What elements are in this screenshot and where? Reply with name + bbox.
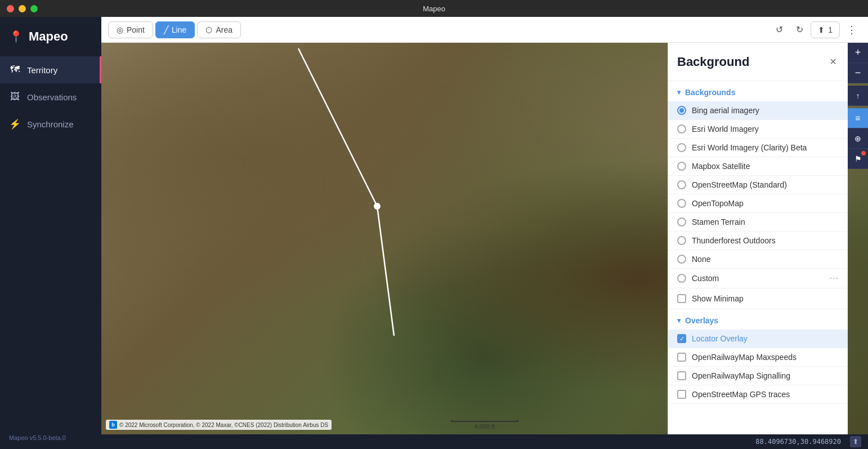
zoom-out-button[interactable]: − [848,63,868,83]
overlay-locator-label: Locator Overlay [692,334,748,343]
custom-option-dots[interactable]: ··· [830,273,839,283]
flag-button[interactable]: ⚑ [848,149,868,169]
bg-option-custom[interactable]: Custom ··· [668,269,848,288]
layers-button[interactable]: ≡ [848,108,868,128]
bg-option-osm[interactable]: OpenStreetMap (Standard) [668,176,848,194]
backgrounds-section-header[interactable]: ▾ Backgrounds [668,81,848,101]
minimize-button[interactable] [19,5,26,12]
bg-option-mapbox-label: Mapbox Satellite [692,162,750,171]
compass-button[interactable]: ↑ [848,86,868,106]
radio-opentopomap [677,199,686,208]
sidebar-item-label-synchronize: Synchronize [27,119,74,129]
radio-esri-clarity [677,143,686,152]
flag-badge [861,151,866,155]
line-label: Line [172,25,186,34]
chevron-down-icon: ▾ [677,88,681,96]
window-controls[interactable] [7,5,38,12]
minimap-label: Show Minimap [692,294,744,303]
bg-option-thunderforest[interactable]: Thunderforest Outdoors [668,232,848,250]
chevron-overlays-icon: ▾ [677,317,681,324]
main-content: ◎ Point ╱ Line ⬡ Area ↺ ↻ ⬆ 1 ⋮ [101,17,868,449]
coordinates-text: 88.4096730,30.9468920 [755,438,841,446]
area-tool-button[interactable]: ⬡ Area [197,21,241,38]
point-tool-button[interactable]: ◎ Point [108,21,153,38]
observations-icon: 🖼 [9,91,20,103]
overlay-railway-signal-label: OpenRailwayMap Signalling [692,371,790,380]
logo-icon: 📍 [9,30,23,43]
scale-label: 4,000 ft [475,423,495,430]
location-button[interactable]: ⊕ [848,128,868,149]
export-count: 1 [828,25,833,34]
bg-option-bing-label: Bing aerial imagery [692,106,759,115]
radio-stamen [677,217,686,226]
minimap-checkbox[interactable] [677,294,686,303]
toolbar: ◎ Point ╱ Line ⬡ Area ↺ ↻ ⬆ 1 ⋮ [101,17,868,43]
overlay-locator-checkbox[interactable]: ✓ [677,334,686,343]
bg-option-none-label: None [692,255,710,264]
radio-esri-world [677,125,686,134]
minimap-option[interactable]: Show Minimap [668,288,848,309]
radio-thunderforest [677,236,686,245]
bg-option-mapbox[interactable]: Mapbox Satellite [668,157,848,176]
background-panel: Background × ▾ Backgrounds Bing aerial i… [668,43,848,434]
sidebar-item-synchronize[interactable]: ⚡ Synchronize [0,110,101,138]
overlay-railway-signal-checkbox[interactable] [677,371,686,380]
map-attribution: b © 2022 Microsoft Corporation, © 2022 M… [106,420,332,430]
bg-option-bing[interactable]: Bing aerial imagery [668,101,848,120]
bg-option-esri-world[interactable]: Esri World Imagery [668,120,848,139]
point-icon: ◎ [117,25,123,34]
synchronize-icon: ⚡ [9,118,20,130]
overlay-osm-gps-label: OpenStreetMap GPS traces [692,390,790,399]
coordinates-bar: 88.4096730,30.9468920 ⬆ [101,434,868,449]
sidebar-item-observations[interactable]: 🖼 Observations [0,83,101,110]
close-button[interactable] [7,5,14,12]
map-controls: + − ↑ ≡ ⊕ ⚑ [848,43,868,169]
bg-option-stamen-label: Stamen Terrain [692,217,745,226]
radio-custom [677,274,686,283]
overlay-osm-gps-checkbox[interactable] [677,390,686,399]
area-icon: ⬡ [205,25,212,34]
sidebar-nav: 🗺 Territory 🖼 Observations ⚡ Synchronize [0,56,101,426]
overlays-section-label: Overlays [685,316,718,325]
overlays-section-header[interactable]: ▾ Overlays [668,309,848,330]
zoom-in-button[interactable]: + [848,43,868,63]
export-icon: ⬆ [818,25,825,34]
bg-option-esri-world-label: Esri World Imagery [692,125,759,134]
overlay-railway-signal[interactable]: OpenRailwayMap Signalling [668,367,848,385]
export-button[interactable]: ⬆ 1 [811,21,840,38]
scale-bar: 4,000 ft [451,420,518,430]
redo-button[interactable]: ↻ [790,21,808,39]
bg-option-thunderforest-label: Thunderforest Outdoors [692,236,776,245]
coords-export-button[interactable]: ⬆ [850,436,861,447]
territory-icon: 🗺 [9,64,20,75]
app-body: 📍 Mapeo 🗺 Territory 🖼 Observations ⚡ Syn… [0,17,868,449]
more-options-button[interactable]: ⋮ [842,21,861,38]
maximize-button[interactable] [30,5,38,12]
bg-option-esri-clarity[interactable]: Esri World Imagery (Clarity) Beta [668,139,848,157]
close-panel-button[interactable]: × [827,53,839,70]
overlay-railway-max[interactable]: OpenRailwayMap Maxspeeds [668,348,848,367]
radio-osm [677,180,686,189]
bg-option-none[interactable]: None [668,250,848,269]
sidebar: 📍 Mapeo 🗺 Territory 🖼 Observations ⚡ Syn… [0,17,101,449]
overlays-section: ▾ Overlays ✓ Locator Overlay OpenRailway… [668,309,848,404]
sidebar-item-label-observations: Observations [27,92,77,102]
bg-option-custom-label: Custom [692,274,719,283]
background-panel-title: Background [677,55,749,69]
undo-button[interactable]: ↺ [770,21,788,39]
bg-option-opentopomap[interactable]: OpenTopoMap [668,194,848,213]
bg-option-osm-label: OpenStreetMap (Standard) [692,180,787,189]
attribution-text: © 2022 Microsoft Corporation, © 2022 Max… [119,422,328,428]
bg-option-esri-clarity-label: Esri World Imagery (Clarity) Beta [692,143,807,152]
line-tool-button[interactable]: ╱ Line [155,21,195,38]
bg-option-stamen[interactable]: Stamen Terrain [668,213,848,232]
titlebar: Mapeo [0,0,868,17]
overlay-locator[interactable]: ✓ Locator Overlay [668,330,848,348]
sidebar-item-territory[interactable]: 🗺 Territory [0,56,101,83]
backgrounds-section: ▾ Backgrounds Bing aerial imagery Esri W… [668,81,848,309]
scale-line [451,420,518,422]
overlay-railway-max-checkbox[interactable] [677,353,686,362]
backgrounds-section-label: Backgrounds [685,88,735,97]
overlay-osm-gps[interactable]: OpenStreetMap GPS traces [668,385,848,404]
area-label: Area [216,25,232,34]
